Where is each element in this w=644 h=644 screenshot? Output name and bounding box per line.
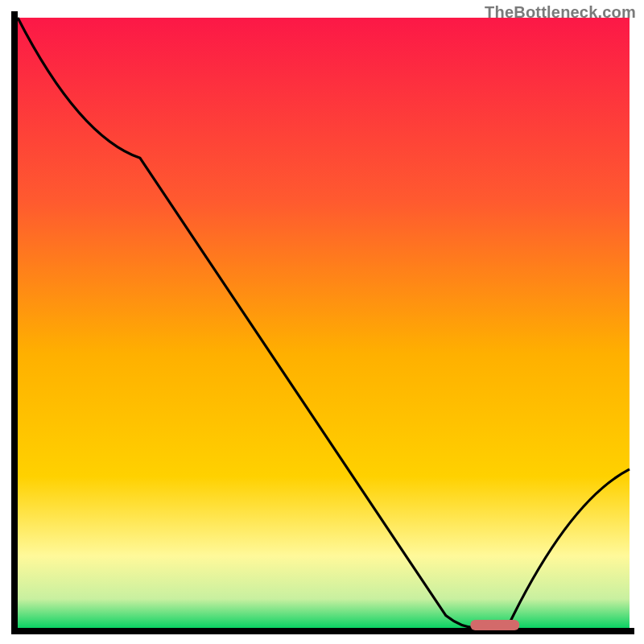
optimal-range-marker bbox=[470, 620, 519, 630]
x-axis bbox=[11, 628, 634, 634]
y-axis bbox=[11, 11, 18, 634]
chart-container: TheBottleneck.com bbox=[0, 0, 644, 644]
bottleneck-chart bbox=[0, 0, 644, 644]
plot-background bbox=[18, 18, 630, 630]
